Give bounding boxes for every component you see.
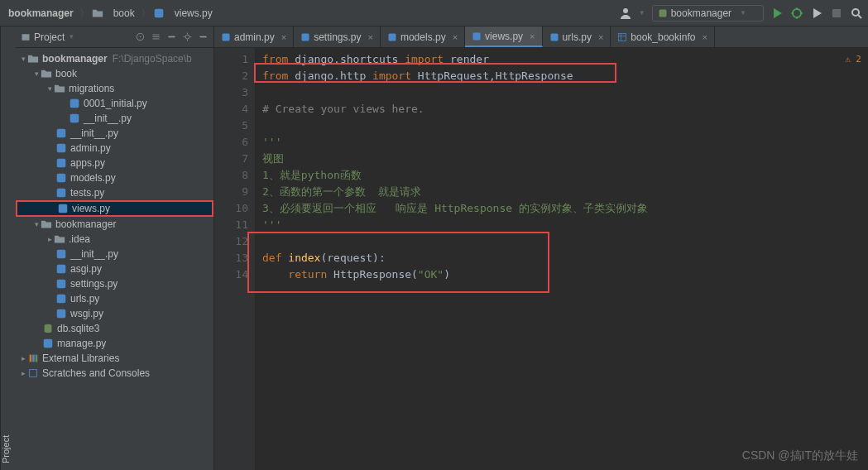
tab-models[interactable]: models.py× xyxy=(381,26,465,47)
tree-project-root[interactable]: ▾bookmanagerF:\DjangoSpace\b xyxy=(16,51,213,66)
python-file-icon xyxy=(472,31,482,41)
tree-file[interactable]: models.py xyxy=(16,170,213,185)
close-icon[interactable]: × xyxy=(281,32,286,42)
tree-dir-migrations[interactable]: ▾migrations xyxy=(16,81,213,96)
tree-file[interactable]: tests.py xyxy=(16,185,213,200)
tree-file[interactable]: urls.py xyxy=(16,291,213,306)
python-file-icon xyxy=(55,157,67,169)
sidebar-title[interactable]: Project ▼ xyxy=(21,31,74,43)
tree-file[interactable]: admin.py xyxy=(16,141,213,156)
svg-rect-20 xyxy=(57,280,66,289)
python-file-icon xyxy=(55,248,67,260)
project-toolwindow-button[interactable]: Project xyxy=(0,26,16,470)
python-file-icon xyxy=(57,203,69,214)
svg-rect-4 xyxy=(832,9,841,17)
svg-point-5 xyxy=(852,9,859,16)
svg-rect-2 xyxy=(659,9,666,17)
run-with-coverage-icon[interactable] xyxy=(810,7,823,20)
tree-file-views-selected[interactable]: views.py xyxy=(16,200,213,217)
stop-icon[interactable] xyxy=(830,7,843,20)
tree-file[interactable]: __init__.py xyxy=(16,111,213,126)
folder-icon xyxy=(54,83,65,94)
tree-file[interactable]: __init__.py xyxy=(16,126,213,141)
close-icon[interactable]: × xyxy=(453,32,458,42)
tree-file[interactable]: wsgi.py xyxy=(16,306,213,321)
tree-dir-bookmanager[interactable]: ▾bookmanager xyxy=(16,217,213,232)
svg-rect-17 xyxy=(59,204,68,213)
tab-views-active[interactable]: views.py× xyxy=(465,26,542,47)
svg-rect-25 xyxy=(30,355,32,362)
python-file-icon xyxy=(55,142,67,154)
python-file-icon xyxy=(55,263,67,275)
tab-book-bookinfo[interactable]: book_bookinfo× xyxy=(611,26,715,47)
tree-file[interactable]: asgi.py xyxy=(16,261,213,276)
dropdown-arrow-icon: ▼ xyxy=(68,33,74,41)
tree-external-libs[interactable]: ▸External Libraries xyxy=(16,351,213,366)
tab-admin[interactable]: admin.py× xyxy=(214,26,294,47)
tree-db-file[interactable]: db.sqlite3 xyxy=(16,321,213,336)
run-icon[interactable] xyxy=(770,7,784,20)
tree-file[interactable]: apps.py xyxy=(16,156,213,170)
editor-body[interactable]: 1234567891011121314 from django.shortcut… xyxy=(214,48,868,470)
folder-icon xyxy=(41,68,52,79)
python-file-icon xyxy=(55,187,67,199)
breadcrumb-file[interactable]: views.py xyxy=(171,6,216,21)
python-file-icon xyxy=(69,98,80,109)
close-icon[interactable]: × xyxy=(598,32,603,42)
django-icon xyxy=(658,8,668,18)
svg-rect-6 xyxy=(22,34,30,41)
inspection-badge[interactable]: ⚠ 2 xyxy=(845,51,861,68)
code-content[interactable]: from django.shortcuts import render from… xyxy=(256,48,868,470)
folder-icon xyxy=(54,233,65,245)
hide-icon[interactable] xyxy=(198,31,209,42)
collapse-all-icon[interactable] xyxy=(166,31,177,42)
python-file-icon xyxy=(387,32,397,42)
svg-rect-34 xyxy=(619,33,626,41)
gear-icon[interactable] xyxy=(182,31,193,42)
python-file-icon xyxy=(42,338,54,349)
svg-rect-33 xyxy=(550,33,558,41)
close-icon[interactable]: × xyxy=(530,31,535,41)
svg-point-9 xyxy=(185,35,189,39)
breadcrumb-root[interactable]: bookmanager xyxy=(5,6,77,21)
top-toolbar: bookmanager 〉 book 〉 views.py ▼ bookmana… xyxy=(0,0,868,26)
svg-rect-10 xyxy=(70,99,79,108)
folder-icon xyxy=(92,7,103,19)
sidebar-header: Project ▼ xyxy=(16,26,213,48)
project-sidebar: Project ▼ ▾bookmanagerF:\DjangoSpace\b ▾… xyxy=(16,26,214,470)
line-gutter[interactable]: 1234567891011121314 xyxy=(214,48,256,470)
locate-icon[interactable] xyxy=(135,31,146,42)
svg-rect-0 xyxy=(154,8,163,17)
svg-rect-28 xyxy=(30,370,37,377)
database-icon xyxy=(42,323,54,334)
svg-rect-22 xyxy=(57,309,66,319)
tree-dir-book[interactable]: ▾book xyxy=(16,66,213,81)
chevron-right-icon: 〉 xyxy=(141,7,150,19)
svg-rect-11 xyxy=(70,114,79,123)
svg-rect-29 xyxy=(223,33,230,41)
run-config-selector[interactable]: bookmanager ▼ xyxy=(652,5,764,22)
tree-file[interactable]: __init__.py xyxy=(16,247,213,261)
python-file-icon xyxy=(55,278,67,290)
debug-icon[interactable] xyxy=(790,7,803,20)
tab-settings[interactable]: settings.py× xyxy=(294,26,381,47)
svg-rect-21 xyxy=(57,295,66,304)
close-icon[interactable]: × xyxy=(702,32,707,42)
project-tree[interactable]: ▾bookmanagerF:\DjangoSpace\b ▾book ▾migr… xyxy=(16,48,213,470)
tree-scratches[interactable]: ▸Scratches and Consoles xyxy=(16,366,213,381)
python-file-icon xyxy=(55,127,67,139)
breadcrumb: bookmanager 〉 book 〉 views.py xyxy=(5,6,216,21)
tree-file[interactable]: settings.py xyxy=(16,276,213,291)
search-everywhere-icon[interactable] xyxy=(850,7,863,20)
user-icon[interactable] xyxy=(619,7,632,20)
tree-file[interactable]: manage.py xyxy=(16,336,213,351)
tab-urls[interactable]: urls.py× xyxy=(543,26,611,47)
breadcrumb-folder[interactable]: book xyxy=(110,6,138,21)
tree-dir-idea[interactable]: ▸.idea xyxy=(16,232,213,247)
svg-rect-24 xyxy=(44,339,53,348)
svg-point-8 xyxy=(140,36,141,38)
expand-all-icon[interactable] xyxy=(151,31,161,42)
close-icon[interactable]: × xyxy=(368,32,373,42)
tree-file[interactable]: 0001_initial.py xyxy=(16,96,213,111)
svg-rect-31 xyxy=(388,33,396,41)
